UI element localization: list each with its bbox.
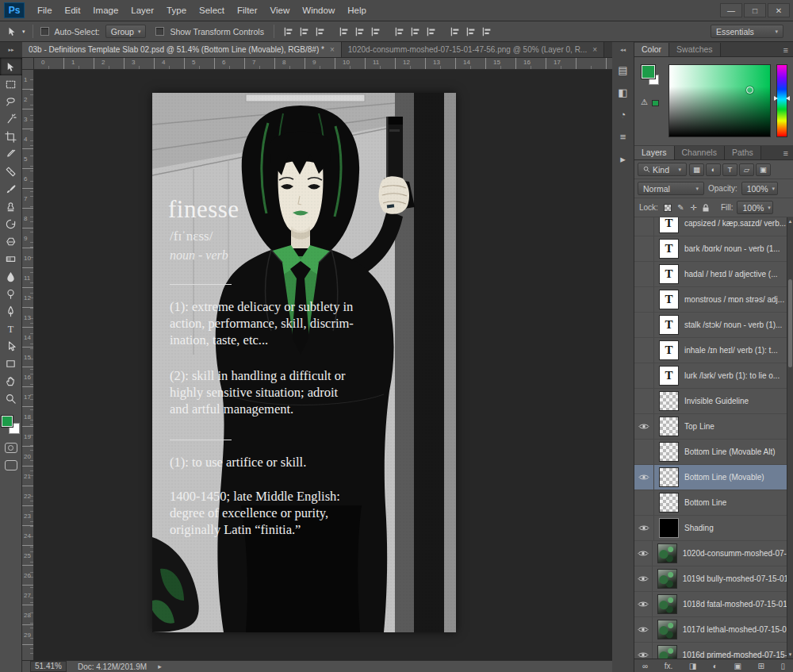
document-tab-2[interactable]: 1020d-consumm-moshed-07-15-01-47-56.png … <box>342 42 604 57</box>
layer-effects-icon[interactable]: fx. <box>665 662 673 670</box>
visibility-toggle[interactable] <box>634 389 654 413</box>
menu-type[interactable]: Type <box>160 6 193 15</box>
delete-layer-icon[interactable]: ▯ <box>780 662 785 670</box>
smart-object-filter-icon[interactable]: ▣ <box>756 163 771 176</box>
layers-scrollbar[interactable]: ▲ ▼ <box>787 217 793 659</box>
zoom-level-field[interactable]: 51.41% <box>30 661 67 672</box>
layer-thumbnail[interactable] <box>659 391 679 411</box>
layer-row-1020d-consumm-moshed-07-1[interactable]: 1020d-consumm-moshed-07-1... <box>634 541 787 566</box>
layer-row-invisible-guideline[interactable]: Invisible Guideline <box>634 389 787 414</box>
align-left-edges-icon[interactable] <box>337 25 351 38</box>
auto-select-checkbox[interactable] <box>40 27 49 36</box>
layer-row-hadal-he-d-l-adjective[interactable]: T hadal / heɪd l/ adjective (... <box>634 262 787 287</box>
layer-mask-icon[interactable]: ◨ <box>689 662 696 670</box>
visibility-toggle[interactable] <box>634 414 654 439</box>
pixel-layer-filter-icon[interactable]: ▦ <box>689 163 704 176</box>
distribute-top-edges-icon[interactable] <box>393 25 407 38</box>
menu-image[interactable]: Image <box>86 6 125 15</box>
layer-row-1017d-lethal-moshed-07-15-01[interactable]: 1017d lethal-moshed-07-15-01... <box>634 617 787 643</box>
adjustment-layer-icon[interactable]: ◐ <box>713 662 718 670</box>
lasso-tool[interactable] <box>0 93 22 110</box>
lock-position-icon[interactable]: ✛ <box>688 202 699 213</box>
foreground-color-chip[interactable] <box>2 416 13 427</box>
tool-preset-arrow-icon[interactable]: ▾ <box>22 29 25 35</box>
layer-row-1019d-bully-moshed-07-15-01[interactable]: 1019d bully-moshed-07-15-01-... <box>634 566 787 592</box>
gradient-tool[interactable] <box>0 250 22 267</box>
align-top-edges-icon[interactable] <box>282 25 296 38</box>
visibility-toggle[interactable] <box>634 363 654 388</box>
layer-thumbnail[interactable] <box>657 620 677 639</box>
quick-mask-icon[interactable] <box>5 443 17 453</box>
layer-row-stalk-st-k-noun-verb-1[interactable]: T stalk /stɔk/ noun - verb (1)... <box>634 313 787 338</box>
visibility-toggle[interactable] <box>634 313 654 337</box>
new-layer-icon[interactable]: ⊞ <box>757 662 764 670</box>
tool-preset-icon[interactable] <box>5 25 19 38</box>
fill-dropdown[interactable]: 100%▾ <box>737 201 773 214</box>
visibility-toggle[interactable] <box>634 490 654 515</box>
layer-row-top-line[interactable]: Top Line <box>634 414 787 440</box>
rectangle-tool[interactable] <box>0 355 22 372</box>
layer-thumbnail[interactable]: T <box>659 315 679 335</box>
layer-row-inhale-n-he-l-verb-1-t[interactable]: T inhale /ɪn heɪl/ verb (1): t... <box>634 338 787 363</box>
layer-row-1016d-primed-moshed-07-15-0[interactable]: 1016d primed-moshed-07-15-0... <box>634 643 787 659</box>
clone-stamp-tool[interactable] <box>0 198 22 215</box>
layer-thumbnail[interactable]: T <box>659 290 679 309</box>
color-panel-menu-icon[interactable]: ≡ <box>779 45 793 56</box>
shape-layer-filter-icon[interactable]: ▱ <box>739 163 754 176</box>
layer-thumbnail[interactable] <box>657 645 677 659</box>
layer-row-1018d-fatal-moshed-07-15-01[interactable]: 1018d fatal-moshed-07-15-01-... <box>634 592 787 617</box>
zoom-tool[interactable] <box>0 390 22 407</box>
menu-window[interactable]: Window <box>296 6 341 15</box>
type-layer-filter-icon[interactable]: T <box>722 163 737 176</box>
gamut-color-chip[interactable] <box>652 100 659 106</box>
crop-tool[interactable] <box>0 128 22 145</box>
layers-tab-paths[interactable]: Paths <box>725 146 761 159</box>
layer-thumbnail[interactable]: T <box>659 239 679 259</box>
lock-transparency-icon[interactable] <box>662 202 674 213</box>
layers-tab-layers[interactable]: Layers <box>634 146 675 159</box>
link-layers-icon[interactable]: ∞ <box>642 662 648 670</box>
layer-row-capsized-k-p-sa-zd-verb[interactable]: T capsized / kæp.saɪzd/ verb... <box>634 217 787 236</box>
lock-pixels-icon[interactable]: ✎ <box>675 202 687 213</box>
document-tab-1[interactable]: 03b - Definitions Template Slab 02.psd @… <box>22 42 342 57</box>
dodge-tool[interactable] <box>0 285 22 302</box>
info-panel-icon[interactable]: ≡ <box>615 128 632 145</box>
dock-collapse-icon[interactable]: ◂◂ <box>620 42 626 56</box>
layer-thumbnail[interactable] <box>659 518 679 538</box>
layer-row-bottom-line-movable-alt[interactable]: Bottom Line (Movable Alt) <box>634 440 787 465</box>
saturation-brightness-picker[interactable] <box>668 64 771 137</box>
opacity-dropdown[interactable]: 100%▾ <box>741 182 778 195</box>
align-right-edges-icon[interactable] <box>369 25 383 38</box>
layers-panel-menu-icon[interactable]: ≡ <box>779 148 793 159</box>
close-button[interactable]: ✕ <box>768 3 790 17</box>
status-menu-arrow-icon[interactable]: ▸ <box>158 662 162 670</box>
pen-tool[interactable] <box>0 302 22 320</box>
properties-panel-icon[interactable]: ◧ <box>615 83 632 101</box>
layer-row-monstrous-m-n-str-s-adj[interactable]: T monstrous / mɒn strəs/ adj... <box>634 287 787 313</box>
blend-mode-dropdown[interactable]: Normal▾ <box>638 182 704 195</box>
menu-help[interactable]: Help <box>341 6 373 15</box>
hand-tool[interactable] <box>0 372 22 390</box>
lock-all-icon[interactable] <box>700 202 712 213</box>
visibility-toggle[interactable] <box>634 566 653 591</box>
history-panel-icon[interactable]: ▤ <box>615 61 632 79</box>
visibility-toggle[interactable] <box>634 516 654 540</box>
layer-thumbnail[interactable]: T <box>659 366 679 386</box>
visibility-toggle[interactable] <box>634 262 654 286</box>
layer-thumbnail[interactable]: T <box>659 340 679 360</box>
layer-row-bottom-line[interactable]: Bottom Line <box>634 490 787 516</box>
align-horizontal-centers-icon[interactable] <box>353 25 367 38</box>
layer-thumbnail[interactable] <box>659 417 679 436</box>
layer-thumbnail[interactable] <box>657 594 677 614</box>
canvas-viewport[interactable]: 1234567891011121314151617181920212223242… <box>22 70 612 660</box>
visibility-toggle[interactable] <box>634 592 653 616</box>
eyedropper-tool[interactable] <box>0 145 22 163</box>
menu-view[interactable]: View <box>264 6 297 15</box>
visibility-toggle[interactable] <box>634 287 654 312</box>
workspace-switcher-button[interactable]: Essentials▾ <box>711 25 783 38</box>
blur-tool[interactable] <box>0 267 22 285</box>
screen-mode-icon[interactable] <box>5 460 17 470</box>
layer-row-bottom-line-movable[interactable]: Bottom Line (Movable) <box>634 465 787 490</box>
color-tab-color[interactable]: Color <box>634 43 669 56</box>
distribute-left-edges-icon[interactable] <box>448 25 462 38</box>
